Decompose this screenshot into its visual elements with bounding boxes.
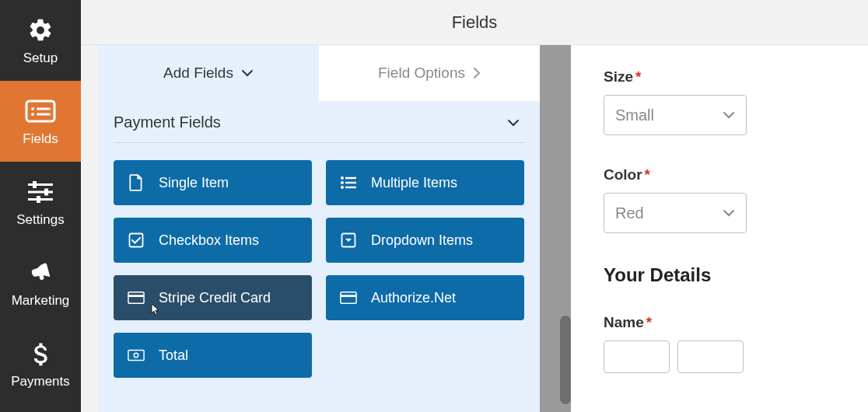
svg-point-24 (134, 353, 138, 358)
scrollbar-thumb[interactable] (560, 316, 571, 404)
your-details-heading: Your Details (604, 264, 835, 286)
nav-item-marketing[interactable]: Marketing (0, 243, 81, 323)
tab-field-options[interactable]: Field Options (319, 45, 540, 101)
section-header[interactable]: Payment Fields (98, 101, 540, 142)
svg-point-12 (341, 181, 344, 184)
svg-rect-9 (44, 189, 48, 196)
field-label: Total (159, 347, 188, 364)
tab-label: Field Options (378, 65, 465, 82)
checkbox-icon (128, 232, 145, 249)
field-label: Stripe Credit Card (159, 290, 271, 306)
first-name-input[interactable] (604, 340, 670, 373)
svg-rect-23 (128, 351, 144, 361)
field-checkbox-items[interactable]: Checkbox Items (114, 218, 312, 263)
nav-label: Settings (16, 212, 64, 228)
size-label: Size* (604, 68, 835, 86)
chevron-down-icon (723, 111, 735, 119)
nav-label: Setup (23, 51, 58, 66)
field-label: Multiple Items (371, 175, 457, 191)
file-icon (128, 174, 145, 191)
chevron-down-icon (241, 69, 254, 77)
bullhorn-icon (25, 257, 56, 288)
svg-rect-10 (37, 196, 40, 203)
svg-rect-0 (26, 101, 54, 121)
page-title: Fields (81, 0, 868, 45)
required-marker: * (635, 68, 641, 86)
svg-point-1 (31, 107, 34, 110)
svg-point-13 (341, 186, 344, 189)
size-select[interactable]: Small (604, 95, 747, 135)
name-label: Name* (604, 314, 835, 331)
nav-item-payments[interactable]: Payments (0, 323, 81, 404)
gear-icon (25, 15, 56, 46)
form-preview: Size* Small Color* Red (571, 45, 868, 412)
required-marker: * (645, 166, 650, 183)
svg-point-11 (341, 176, 344, 180)
field-label: Single Item (159, 175, 229, 191)
sliders-icon (25, 176, 56, 208)
field-authorize-net[interactable]: Authorize.Net (326, 275, 524, 320)
svg-rect-8 (33, 181, 37, 188)
select-value: Small (615, 106, 654, 124)
field-single-item[interactable]: Single Item (114, 160, 312, 205)
chevron-down-icon (507, 119, 520, 127)
field-label: Dropdown Items (371, 232, 473, 249)
svg-rect-4 (37, 113, 51, 116)
dollar-icon (25, 338, 56, 369)
svg-rect-3 (37, 108, 51, 110)
svg-rect-16 (345, 187, 356, 188)
tab-label: Add Fields (163, 65, 233, 82)
nav-item-setup[interactable]: Setup (0, 0, 81, 81)
sidebar-nav: Setup Fields Settings Marketing Payments (0, 0, 81, 412)
fields-panel: Add Fields Field Options Payment Fields (98, 45, 540, 412)
last-name-input[interactable] (677, 340, 744, 373)
nav-label: Payments (11, 374, 70, 389)
field-stripe-credit-card[interactable]: Stripe Credit Card (114, 275, 312, 320)
scrollbar-track[interactable] (540, 45, 571, 412)
field-total[interactable]: Total (114, 333, 312, 378)
list-icon (340, 174, 357, 191)
nav-item-settings[interactable]: Settings (0, 162, 81, 243)
credit-card-icon (128, 289, 145, 306)
money-icon (128, 347, 145, 364)
svg-rect-22 (341, 295, 356, 297)
section-title: Payment Fields (114, 113, 221, 131)
svg-rect-14 (345, 177, 356, 179)
svg-rect-15 (345, 182, 356, 183)
field-label: Checkbox Items (159, 232, 259, 249)
chevron-right-icon (473, 67, 481, 79)
field-label: Authorize.Net (371, 290, 456, 306)
color-select[interactable]: Red (604, 193, 747, 233)
svg-rect-19 (128, 292, 144, 304)
tab-add-fields[interactable]: Add Fields (98, 45, 319, 101)
field-multiple-items[interactable]: Multiple Items (326, 160, 524, 205)
dropdown-icon (340, 232, 357, 249)
svg-rect-6 (28, 191, 53, 194)
svg-rect-20 (128, 295, 144, 297)
svg-rect-5 (28, 183, 53, 186)
field-dropdown-items[interactable]: Dropdown Items (326, 218, 524, 263)
select-value: Red (615, 204, 644, 222)
required-marker: * (646, 314, 652, 331)
credit-card-icon (340, 289, 357, 306)
svg-point-2 (31, 113, 34, 116)
nav-label: Marketing (12, 293, 70, 309)
color-label: Color* (604, 166, 835, 183)
list-box-icon (25, 96, 56, 127)
nav-label: Fields (23, 131, 58, 147)
svg-rect-21 (341, 292, 356, 304)
chevron-down-icon (723, 209, 735, 217)
nav-item-fields[interactable]: Fields (0, 81, 81, 162)
cursor-pointer-icon (148, 303, 160, 316)
